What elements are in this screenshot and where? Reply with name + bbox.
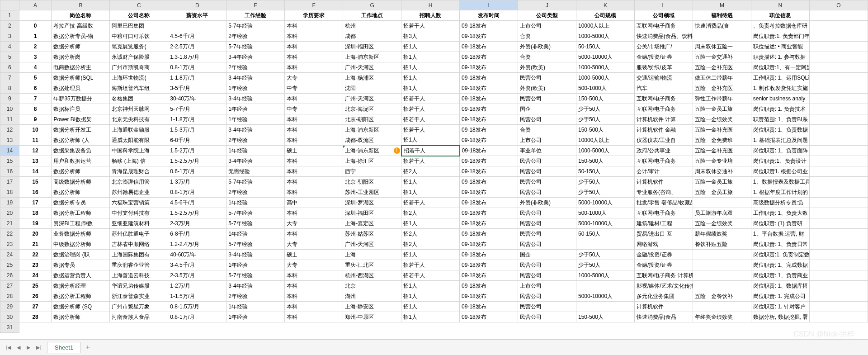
cell[interactable]: 高级数据分析师	[52, 177, 110, 187]
row-header-14[interactable]: 14	[0, 146, 19, 156]
row-header-22[interactable]: 22	[0, 229, 19, 239]
column-header-E[interactable]: E	[226, 0, 285, 10]
cell[interactable]: 数据分析师	[52, 166, 110, 177]
cell[interactable]: 岗位职责: 1、数据库搭	[751, 281, 809, 291]
header-cell[interactable]: 公司类型	[518, 10, 576, 21]
cell[interactable]	[809, 302, 868, 312]
row-header-20[interactable]: 20	[0, 208, 19, 218]
cell[interactable]	[809, 291, 868, 302]
cell[interactable]: 数据采集设备负	[52, 146, 110, 156]
cell[interactable]: 数据标注员	[52, 104, 110, 114]
cell[interactable]: 贸易/进出口 互	[634, 229, 693, 239]
cell[interactable]: 本科	[285, 94, 343, 104]
cell[interactable]: 广州市繁星万象	[110, 302, 168, 312]
cell[interactable]: 中粮可口可乐饮	[110, 31, 168, 42]
cell[interactable]: 五险一金补充医	[693, 146, 751, 156]
cell[interactable]: 本科	[285, 42, 343, 52]
cell[interactable]: 民营公司	[518, 302, 576, 312]
cell[interactable]: 数据分析师 (SQ	[52, 302, 110, 312]
cell[interactable]: 本科	[285, 177, 343, 187]
row-header-12[interactable]: 12	[0, 125, 19, 135]
header-cell[interactable]: 公司规模	[576, 10, 635, 21]
cell[interactable]: 6-8千/月	[168, 229, 226, 239]
cell[interactable]: 高中	[285, 198, 343, 208]
cell[interactable]	[809, 42, 868, 52]
cell[interactable]: 1年经验	[226, 104, 285, 114]
cell[interactable]: 14	[19, 166, 52, 177]
cell[interactable]: 21	[19, 239, 52, 250]
column-header-J[interactable]: J	[518, 0, 576, 10]
cell[interactable]: 招若干人	[401, 260, 460, 270]
cell[interactable]: 本科	[285, 62, 343, 73]
cell[interactable]: 20	[19, 229, 52, 239]
cell[interactable]: 招若干人	[401, 270, 460, 281]
cell[interactable]: 26	[19, 291, 52, 302]
cell[interactable]: 数据分析工程师	[52, 208, 110, 218]
cell[interactable]: 3-4年经验	[226, 52, 285, 62]
cell[interactable]: 3-5千/月	[168, 83, 226, 94]
row-header-2[interactable]: 2	[0, 21, 19, 31]
cell[interactable]: 岗位职责:1. 负责部门年	[751, 31, 809, 42]
cell[interactable]: 国企	[518, 250, 576, 260]
cell[interactable]: 1.5-2.5万/月	[168, 208, 226, 218]
column-header-M[interactable]: M	[693, 0, 751, 10]
prev-sheet-button[interactable]: ◀	[14, 342, 24, 352]
cell[interactable]: 本科	[285, 229, 343, 239]
cell[interactable]	[809, 156, 868, 166]
cell[interactable]: 五险一金补充医	[693, 125, 751, 135]
cell[interactable]	[693, 302, 751, 312]
cell[interactable]	[809, 94, 868, 104]
cell[interactable]: 笔克展览服务(	[110, 42, 168, 52]
first-sheet-button[interactable]: |◀	[4, 342, 14, 352]
row-header-4[interactable]: 4	[0, 42, 19, 52]
cell[interactable]: 上海-浦东新区	[343, 52, 401, 62]
cell[interactable]: 招1人	[401, 42, 460, 52]
cell[interactable]: 18	[19, 208, 52, 218]
cell[interactable]: 6	[19, 83, 52, 94]
column-header-N[interactable]: N	[751, 0, 809, 10]
cell[interactable]: 10000人以上	[576, 21, 635, 31]
cell[interactable]: 互联网/电子商务 计算机软件	[634, 270, 693, 281]
cell[interactable]: 10000人以上	[576, 135, 635, 146]
cell[interactable]: 少于50人	[576, 250, 635, 260]
cell[interactable]: 16	[19, 187, 52, 198]
cell[interactable]: 重庆润睿企业管	[110, 260, 168, 270]
cell[interactable]: 09-18发布	[460, 312, 518, 322]
cell[interactable]: 招1人	[401, 135, 460, 146]
cell[interactable]: 大专	[285, 239, 343, 250]
cell[interactable]: 业务数据分析师	[52, 229, 110, 239]
cell[interactable]: 本科	[285, 156, 343, 166]
cell[interactable]: 苏州亿胜通电子	[110, 229, 168, 239]
row-header-23[interactable]: 23	[0, 239, 19, 250]
cell[interactable]: 数据分析师(SQL	[52, 73, 110, 83]
column-header-B[interactable]: B	[52, 0, 110, 10]
row-header-3[interactable]: 3	[0, 31, 19, 42]
cell[interactable]	[809, 260, 868, 270]
cell[interactable]: 公关/市场推广/	[634, 42, 693, 52]
cell[interactable]: 5-7年经验	[226, 208, 285, 218]
sheet-tab[interactable]: Sheet1	[47, 342, 81, 353]
cell[interactable]: 上海-浦东新区	[343, 125, 401, 135]
cell[interactable]: 3-4年经验	[226, 73, 285, 83]
cell[interactable]	[809, 83, 868, 94]
cell[interactable]	[576, 302, 635, 312]
cell[interactable]: 0.6-1万/月	[168, 166, 226, 177]
cell[interactable]	[809, 239, 868, 250]
cell[interactable]	[809, 270, 868, 281]
cell[interactable]: 2年经验	[226, 187, 285, 198]
cell[interactable]: 民营公司	[518, 166, 576, 177]
cell[interactable]: 民营公司	[518, 156, 576, 166]
row-header-8[interactable]: 8	[0, 83, 19, 94]
cell[interactable]: 少于50人	[576, 260, 635, 270]
cell[interactable]: 5-7年经验	[226, 21, 285, 31]
cell[interactable]	[809, 250, 868, 260]
row-header-16[interactable]: 16	[0, 166, 19, 177]
row-header-11[interactable]: 11	[0, 114, 19, 125]
cell[interactable]: 50-150人	[576, 42, 635, 52]
cell[interactable]: 北京	[343, 281, 401, 291]
cell[interactable]: 09-18发布	[460, 270, 518, 281]
cell[interactable]: 09-18发布	[460, 146, 518, 156]
cell[interactable]: 1. 根据年度工作计划的	[751, 187, 809, 198]
cell[interactable]: 招若干人	[401, 114, 460, 125]
cell[interactable]: 1-2万/月	[168, 281, 226, 291]
